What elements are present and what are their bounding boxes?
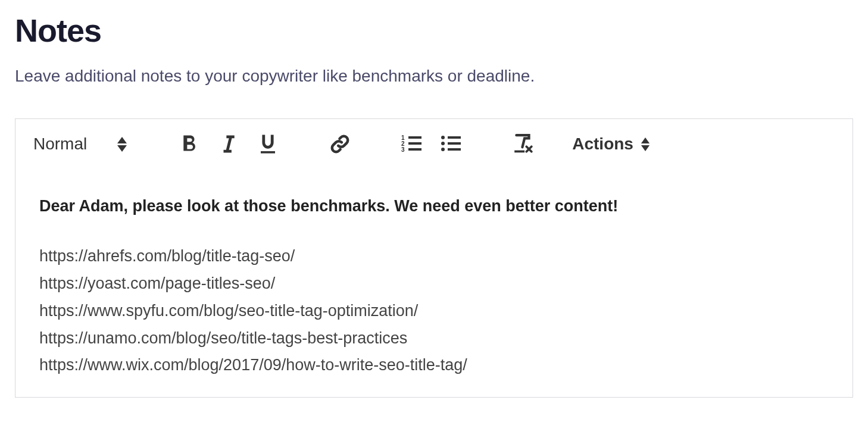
paragraph-style-label: Normal (33, 135, 87, 154)
svg-rect-11 (448, 142, 461, 145)
svg-point-9 (441, 148, 445, 151)
bold-button[interactable] (175, 130, 204, 158)
svg-rect-13 (514, 151, 524, 153)
editor-content[interactable]: Dear Adam, please look at those benchmar… (15, 169, 853, 397)
page-title: Notes (15, 12, 853, 49)
link-icon (329, 133, 351, 155)
italic-button[interactable] (214, 130, 243, 158)
ordered-list-icon: 1 2 3 (401, 135, 423, 154)
actions-select[interactable]: Actions (572, 135, 650, 154)
unordered-list-icon (441, 135, 462, 154)
ordered-list-button[interactable]: 1 2 3 (398, 130, 426, 158)
svg-rect-4 (408, 136, 421, 139)
svg-rect-12 (448, 148, 461, 151)
editor-link-line: https://www.wix.com/blog/2017/09/how-to-… (39, 352, 829, 379)
italic-icon (220, 134, 238, 154)
editor-link-line: https://ahrefs.com/blog/title-tag-seo/ (39, 243, 829, 270)
page-subtitle: Leave additional notes to your copywrite… (15, 67, 853, 86)
svg-rect-5 (408, 142, 421, 145)
editor-intro-line: Dear Adam, please look at those benchmar… (39, 193, 829, 220)
clear-formatting-button[interactable] (509, 130, 538, 158)
underline-button[interactable] (254, 130, 282, 158)
svg-rect-6 (408, 148, 421, 151)
clear-formatting-icon (513, 134, 534, 154)
editor-link-line: https://yoast.com/page-titles-seo/ (39, 270, 829, 298)
notes-editor: Normal (15, 118, 853, 398)
sort-icon (117, 137, 127, 152)
link-button[interactable] (326, 130, 354, 158)
svg-rect-10 (448, 136, 461, 139)
editor-link-line: https://unamo.com/blog/seo/title-tags-be… (39, 325, 829, 352)
bold-icon (180, 134, 198, 154)
actions-label: Actions (572, 135, 633, 154)
svg-point-7 (441, 136, 445, 139)
unordered-list-button[interactable] (437, 130, 466, 158)
paragraph-style-select[interactable]: Normal (33, 135, 127, 154)
svg-rect-0 (261, 151, 275, 154)
sort-icon (641, 137, 650, 151)
svg-text:3: 3 (401, 146, 405, 153)
svg-point-8 (441, 142, 445, 145)
underline-icon (258, 133, 277, 155)
editor-toolbar: Normal (15, 119, 853, 169)
editor-link-line: https://www.spyfu.com/blog/seo-title-tag… (39, 298, 829, 325)
